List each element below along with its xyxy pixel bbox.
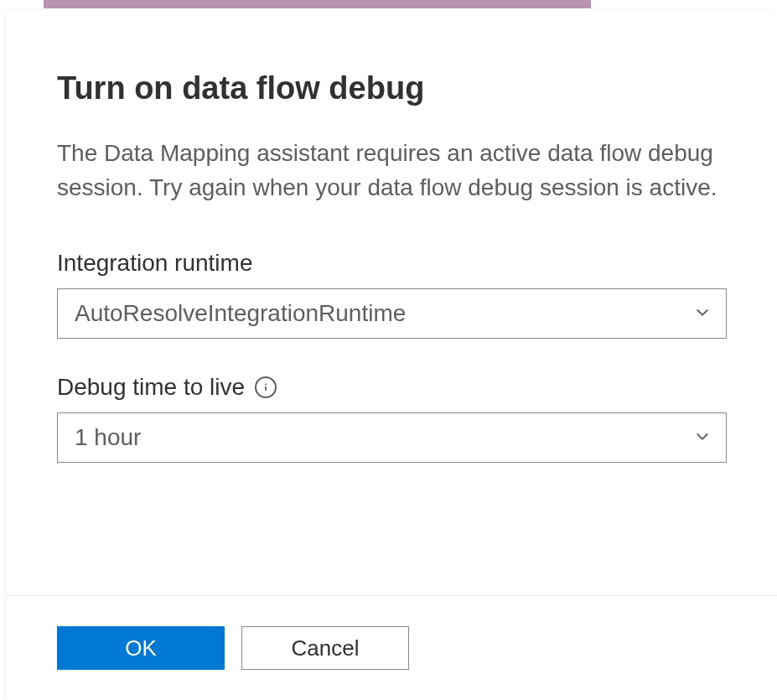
chevron-down-icon	[694, 428, 711, 448]
debug-ttl-field: Debug time to live 1 hour	[57, 374, 727, 463]
integration-runtime-label: Integration runtime	[57, 250, 252, 277]
field-label-row: Debug time to live	[57, 374, 727, 401]
svg-rect-1	[265, 386, 267, 391]
integration-runtime-value: AutoResolveIntegrationRuntime	[75, 300, 406, 327]
debug-dialog: Turn on data flow debug The Data Mapping…	[7, 10, 777, 700]
field-label-row: Integration runtime	[57, 250, 727, 277]
integration-runtime-dropdown[interactable]: AutoResolveIntegrationRuntime	[57, 288, 727, 339]
cancel-button[interactable]: Cancel	[241, 626, 409, 670]
progress-bar	[44, 0, 591, 8]
svg-point-0	[265, 384, 267, 386]
chevron-down-icon	[694, 303, 711, 324]
dialog-title: Turn on data flow debug	[57, 70, 727, 106]
debug-ttl-dropdown[interactable]: 1 hour	[57, 412, 727, 463]
debug-ttl-label: Debug time to live	[57, 374, 245, 401]
button-row: OK Cancel	[57, 596, 727, 670]
ok-button[interactable]: OK	[57, 626, 225, 670]
debug-ttl-value: 1 hour	[75, 424, 141, 451]
info-icon[interactable]	[255, 376, 277, 398]
integration-runtime-field: Integration runtime AutoResolveIntegrati…	[57, 250, 727, 339]
dialog-description: The Data Mapping assistant requires an a…	[57, 137, 727, 205]
